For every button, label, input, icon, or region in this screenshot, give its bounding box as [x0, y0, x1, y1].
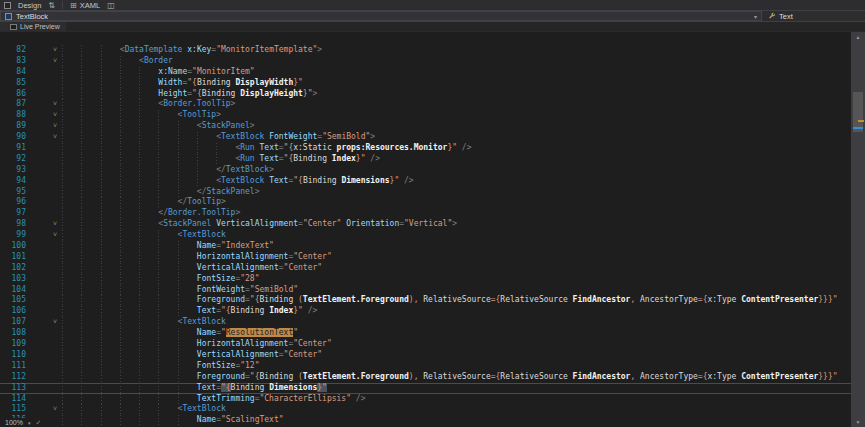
code-line-86[interactable]: 86Height="{Binding DisplayHeight}">	[0, 89, 851, 100]
code-area[interactable]: 82˅<DataTemplate x:Key="MonitorItemTempl…	[0, 32, 851, 427]
fold-collapse-icon[interactable]: ˅	[26, 230, 60, 241]
indent-guide	[101, 328, 120, 339]
code-line-110[interactable]: 110VerticalAlignment="Center"	[0, 350, 851, 361]
indent-guide	[62, 154, 81, 165]
code-line-115[interactable]: 115˅<TextBlock	[0, 404, 851, 415]
code-line-106[interactable]: 106Text="{Binding Index}" />	[0, 306, 851, 317]
document-health-icon[interactable]: ✓	[35, 419, 41, 427]
code-text: <Run Text="{x:Static props:Resources.Mon…	[60, 143, 471, 154]
fold-margin	[26, 241, 60, 252]
indent-guide	[62, 274, 81, 285]
fold-collapse-icon[interactable]: ˅	[26, 45, 60, 56]
split-view-icon[interactable]: ◫	[107, 1, 115, 10]
code-line-111[interactable]: 111FontSize="12"	[0, 361, 851, 372]
indent-guide	[81, 328, 100, 339]
indent-guide	[158, 404, 177, 415]
code-text: <Border.ToolTip>	[60, 99, 235, 110]
scroll-down-arrow-icon[interactable]: ▼	[851, 417, 865, 427]
scroll-up-arrow-icon[interactable]: ▲	[851, 32, 865, 42]
indent-guide	[62, 219, 81, 230]
indent-guide	[139, 361, 158, 372]
indent-guide	[158, 132, 177, 143]
code-line-109[interactable]: 109HorizontalAlignment="Center"	[0, 339, 851, 350]
live-preview-button[interactable]: Live Preview	[0, 22, 66, 31]
indent-guide	[158, 121, 177, 132]
code-line-90[interactable]: 90˅<TextBlock FontWeight="SemiBold">	[0, 132, 851, 143]
scrollbar-caret-mark	[853, 127, 863, 129]
code-line-101[interactable]: 101HorizontalAlignment="Center"	[0, 252, 851, 263]
indent-guide	[81, 350, 100, 361]
code-line-116[interactable]: 116Name="ScalingText"	[0, 415, 851, 426]
code-text: <TextBlock FontWeight="SemiBold">	[60, 132, 375, 143]
fold-collapse-icon[interactable]: ˅	[26, 404, 60, 415]
code-line-104[interactable]: 104FontWeight="SemiBold"	[0, 285, 851, 296]
indent-guide	[139, 241, 158, 252]
indent-guide	[62, 285, 81, 296]
code-line-105[interactable]: 105Foreground="{Binding (TextElement.For…	[0, 295, 851, 306]
element-breadcrumb-dropdown[interactable]: TextBlock ▾	[0, 11, 762, 21]
code-line-88[interactable]: 88˅<ToolTip>	[0, 110, 851, 121]
code-line-92[interactable]: 92<Run Text="{Binding Index}" />	[0, 154, 851, 165]
chevron-down-icon[interactable]: ▾	[754, 13, 757, 20]
fold-collapse-icon[interactable]: ˅	[26, 99, 60, 110]
scrollbar-thumb[interactable]	[853, 92, 863, 132]
code-text: Width="{Binding DisplayWidth}"	[60, 78, 303, 89]
indent-guide	[120, 285, 139, 296]
code-line-83[interactable]: 83˅<Border	[0, 56, 851, 67]
code-line-93[interactable]: 93</TextBlock>	[0, 165, 851, 176]
fold-collapse-icon[interactable]: ˅	[26, 56, 60, 67]
xaml-tab[interactable]: ⊞ XAML	[70, 1, 100, 10]
code-line-82[interactable]: 82˅<DataTemplate x:Key="MonitorItemTempl…	[0, 45, 851, 56]
code-line-102[interactable]: 102VerticalAlignment="Center"	[0, 263, 851, 274]
zoom-control[interactable]: 100% ▾ ✓	[0, 418, 46, 427]
line-number: 83	[0, 56, 26, 67]
indent-guide	[101, 394, 120, 405]
fold-collapse-icon[interactable]: ˅	[26, 110, 60, 121]
code-line-85[interactable]: 85Width="{Binding DisplayWidth}"	[0, 78, 851, 89]
fold-collapse-icon[interactable]: ˅	[26, 132, 60, 143]
code-text: Foreground="{Binding (TextElement.Foregr…	[60, 372, 838, 383]
line-number: 104	[0, 285, 26, 296]
code-line-113[interactable]: 113Text="{Binding Dimensions}"	[0, 383, 851, 394]
code-line-87[interactable]: 87˅<Border.ToolTip>	[0, 99, 851, 110]
swap-panes-icon[interactable]: ⇅	[48, 1, 55, 10]
line-number: 107	[0, 317, 26, 328]
code-line-107[interactable]: 107˅<TextBlock	[0, 317, 851, 328]
code-line-84[interactable]: 84x:Name="MonitorItem"	[0, 67, 851, 78]
code-line-100[interactable]: 100Name="IndexText"	[0, 241, 851, 252]
line-number: 98	[0, 219, 26, 230]
code-line-103[interactable]: 103FontSize="28"	[0, 274, 851, 285]
indent-guide	[81, 415, 100, 426]
indent-guide	[139, 263, 158, 274]
code-line-114[interactable]: 114TextTrimming="CharacterEllipsis" />	[0, 394, 851, 405]
code-editor[interactable]: 82˅<DataTemplate x:Key="MonitorItemTempl…	[0, 32, 865, 427]
fold-collapse-icon[interactable]: ˅	[26, 121, 60, 132]
line-number: 85	[0, 78, 26, 89]
indent-guide	[197, 154, 216, 165]
chevron-down-icon[interactable]: ▾	[28, 420, 31, 426]
vertical-scrollbar[interactable]: ▲ ▼	[851, 32, 865, 427]
property-indicator[interactable]: Text	[762, 12, 799, 21]
code-line-108[interactable]: 108Name="ResolutionText"	[0, 328, 851, 339]
fold-margin	[26, 165, 60, 176]
indent-guide	[139, 415, 158, 426]
indent-guide	[81, 176, 100, 187]
code-line-91[interactable]: 91<Run Text="{x:Static props:Resources.M…	[0, 143, 851, 154]
breadcrumb-element-label: TextBlock	[16, 12, 48, 21]
code-line-98[interactable]: 98˅<StackPanel VerticalAlignment="Center…	[0, 219, 851, 230]
code-line-94[interactable]: 94<TextBlock Text="{Binding Dimensions}"…	[0, 176, 851, 187]
fold-collapse-icon[interactable]: ˅	[26, 317, 60, 328]
code-line-89[interactable]: 89˅<StackPanel>	[0, 121, 851, 132]
indent-guide	[101, 404, 120, 415]
zoom-level-label[interactable]: 100%	[5, 419, 23, 426]
code-line-96[interactable]: 96</ToolTip>	[0, 197, 851, 208]
code-line-112[interactable]: 112Foreground="{Binding (TextElement.For…	[0, 372, 851, 383]
code-text: <Run Text="{Binding Index}" />	[60, 154, 380, 165]
design-tab[interactable]: Design	[18, 1, 41, 10]
code-line-95[interactable]: 95</StackPanel>	[0, 187, 851, 198]
indent-guide	[101, 154, 120, 165]
code-text: Name="ScalingText"	[60, 415, 284, 426]
fold-collapse-icon[interactable]: ˅	[26, 219, 60, 230]
code-line-99[interactable]: 99˅<TextBlock	[0, 230, 851, 241]
code-line-97[interactable]: 97</Border.ToolTip>	[0, 208, 851, 219]
